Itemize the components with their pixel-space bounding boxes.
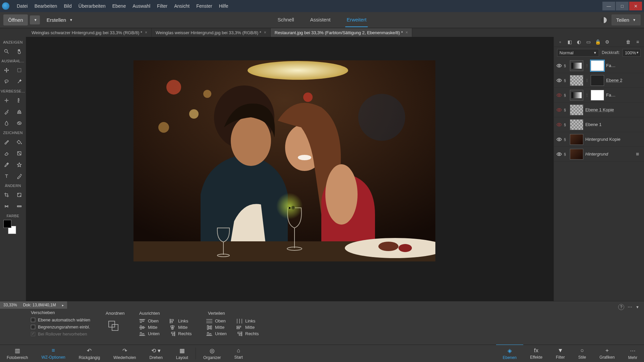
marquee-tool[interactable]	[13, 64, 25, 76]
content-aware-move-tool[interactable]	[0, 200, 13, 212]
clone-stamp-tool[interactable]	[13, 106, 25, 117]
document-tab[interactable]: Weinglas schwarzer Hintergrund.jpg bei 3…	[28, 28, 152, 37]
layer-link-icon[interactable]: §	[564, 137, 568, 141]
lock-layer-icon[interactable]: 🔒	[595, 39, 601, 45]
hand-tool[interactable]	[13, 46, 25, 57]
bottombar-wiederholen[interactable]: ↷Wiederholen	[107, 345, 143, 362]
menu-bearbeiten[interactable]: Bearbeiten	[31, 1, 61, 11]
layer-link-icon[interactable]: §	[564, 108, 568, 112]
layer-fx-icon[interactable]: ⚙	[604, 39, 610, 45]
layer-thumbnail[interactable]	[570, 134, 583, 145]
layer-name[interactable]: Ebene 1 Kopie	[585, 107, 641, 112]
align-middle[interactable]: Mitte	[139, 325, 160, 330]
menu-ansicht[interactable]: Ansicht	[171, 1, 193, 11]
delete-layer-icon[interactable]: 🗑	[625, 39, 631, 45]
move-tool[interactable]	[0, 64, 13, 76]
share-button[interactable]: Teilen▼	[611, 14, 641, 25]
redeye-tool[interactable]	[0, 95, 13, 106]
bottombar-fotobereich[interactable]: ▥Fotobereich	[0, 345, 35, 362]
theme-toggle-icon[interactable]	[601, 17, 607, 23]
layer-visibility-icon[interactable]	[556, 152, 562, 157]
distribute-left[interactable]: Links	[236, 318, 259, 323]
mode-tab-erweitert[interactable]: Erweitert	[345, 13, 368, 27]
menu-hilfe[interactable]: Hilfe	[216, 1, 232, 11]
layer-mask-thumbnail[interactable]	[591, 75, 604, 86]
align-bottom[interactable]: Unten	[139, 331, 160, 336]
layer-mask-thumbnail[interactable]	[591, 60, 604, 71]
close-tab-icon[interactable]: ×	[264, 30, 266, 35]
layer-link-icon[interactable]: §	[564, 123, 568, 127]
magic-wand-tool[interactable]	[13, 76, 25, 87]
bottombar-drehen[interactable]: ⟲ ▾Drehen	[143, 345, 169, 362]
color-swatch[interactable]	[3, 220, 17, 234]
straighten-tool[interactable]	[13, 200, 25, 212]
layer-name[interactable]: Hintergrund Kopie	[585, 137, 641, 142]
align-top[interactable]: Oben	[139, 318, 160, 323]
layer-name[interactable]: Fa…	[606, 63, 641, 68]
layer-visibility-icon[interactable]	[556, 93, 562, 98]
distribute-bottom[interactable]: Unten	[206, 331, 227, 336]
layer-visibility-icon[interactable]	[556, 78, 562, 83]
arrange-icon[interactable]	[107, 320, 119, 332]
layer-visibility-icon[interactable]	[556, 137, 562, 142]
distribute-middle[interactable]: Mitte	[206, 325, 227, 330]
zoom-tool[interactable]	[0, 46, 13, 57]
gradient-tool[interactable]	[13, 147, 25, 159]
bottombar-mehr[interactable]: ⋯Mehr	[622, 345, 644, 362]
zoom-display[interactable]: 33,33%	[3, 303, 17, 307]
menu-überarbeiten[interactable]: Überarbeiten	[75, 1, 109, 11]
mask-link-icon[interactable]: ⋮	[585, 78, 589, 82]
bottombar-ebenen[interactable]: ◈Ebenen	[496, 344, 523, 362]
new-layer-icon[interactable]: ▫	[557, 39, 563, 45]
mode-tab-assistent[interactable]: Assistent	[309, 13, 332, 27]
layer-name[interactable]: Fa…	[606, 93, 641, 98]
distribute-center[interactable]: Mitte	[236, 325, 259, 330]
create-button[interactable]: Erstellen▼	[42, 14, 77, 25]
layer-thumbnail[interactable]	[570, 75, 583, 86]
blur-tool[interactable]	[0, 117, 13, 129]
layer-thumbnail[interactable]	[570, 119, 583, 130]
panel-menu-icon[interactable]: ≡	[635, 39, 641, 45]
align-right[interactable]: Rechts	[169, 331, 192, 336]
layer-row[interactable]: §Hintergrund⊞	[554, 147, 644, 162]
bottombar-start[interactable]: ⌂Start	[228, 345, 250, 362]
spot-heal-tool[interactable]	[13, 95, 25, 106]
eraser-tool[interactable]	[0, 147, 13, 159]
layer-visibility-icon[interactable]	[556, 63, 562, 68]
layer-row[interactable]: §⋮Ebene 2	[554, 73, 644, 88]
layer-name[interactable]: Ebene 2	[606, 78, 641, 83]
bottombar-rckgngig[interactable]: ↶Rückgängig	[72, 345, 107, 362]
bottombar-stile[interactable]: ○Stile	[572, 345, 593, 362]
open-dropdown-button[interactable]: ▼	[30, 15, 40, 24]
distribute-right[interactable]: Rechts	[236, 331, 259, 336]
menu-bild[interactable]: Bild	[60, 1, 75, 11]
smart-brush-tool[interactable]	[0, 106, 13, 117]
close-tab-icon[interactable]: ×	[406, 30, 408, 35]
text-tool[interactable]	[0, 170, 13, 182]
layer-thumbnail[interactable]	[570, 60, 583, 71]
menu-datei[interactable]: Datei	[13, 1, 31, 11]
menu-ebene[interactable]: Ebene	[109, 1, 129, 11]
layer-link-icon[interactable]: §	[564, 93, 568, 97]
layer-link-icon[interactable]: §	[564, 152, 568, 156]
layer-thumbnail[interactable]	[570, 90, 583, 101]
mask-link-icon[interactable]: ⋮	[585, 93, 589, 97]
layer-name[interactable]: Ebene 1	[585, 122, 641, 127]
foreground-color-swatch[interactable]	[3, 220, 11, 228]
bottombar-wzoptionen[interactable]: ≡WZ-Optionen	[35, 345, 72, 362]
recompose-tool[interactable]	[13, 189, 25, 200]
sponge-tool[interactable]	[13, 117, 25, 129]
layer-group-icon[interactable]: ◧	[567, 39, 573, 45]
paint-bucket-tool[interactable]	[13, 136, 25, 147]
window-minimize-button[interactable]: —	[602, 2, 615, 10]
align-center[interactable]: Mitte	[169, 325, 192, 330]
mask-link-icon[interactable]: ⋮	[585, 64, 589, 67]
document-tab[interactable]: Weinglas weisser Hintergrund.jpg bei 33,…	[152, 28, 271, 37]
show-bounding-box-checkbox[interactable]: Begrenzungsrahmen einbl.	[31, 324, 90, 329]
bottombar-organizer[interactable]: ◎Organizer	[197, 345, 228, 362]
auto-select-layer-checkbox[interactable]: Ebene automatisch wählen	[31, 317, 90, 322]
eyedropper-tool[interactable]	[0, 159, 13, 170]
layer-thumbnail[interactable]	[570, 149, 583, 160]
layer-name[interactable]: Hintergrund	[585, 152, 634, 157]
menu-auswahl[interactable]: Auswahl	[129, 1, 154, 11]
